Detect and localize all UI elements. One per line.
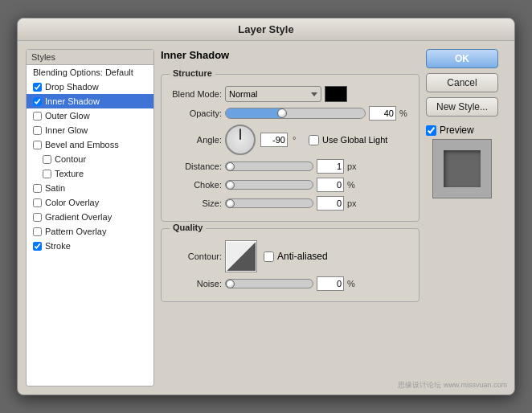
opacity-label: Opacity:: [170, 108, 222, 118]
sidebar-item-satin[interactable]: Satin: [27, 181, 153, 195]
sidebar-item-texture[interactable]: Texture: [27, 166, 153, 181]
inner-glow-checkbox[interactable]: [33, 126, 42, 135]
sidebar-item-stroke[interactable]: Stroke: [27, 239, 153, 253]
blend-mode-select[interactable]: Normal Multiply Screen: [225, 86, 321, 102]
choke-label: Choke:: [170, 180, 222, 190]
noise-label: Noise:: [170, 279, 222, 288]
structure-section: Structure Blend Mode: Normal Multiply Sc…: [161, 74, 419, 222]
styles-panel: Styles Blending Options: Default Drop Sh…: [26, 49, 154, 386]
contour-row-label: Contour:: [170, 251, 222, 261]
preview-label-container: Preview: [426, 125, 474, 136]
blending-options-label: Blending Options: Default: [33, 67, 133, 77]
sidebar-item-color-overlay[interactable]: Color Overlay: [27, 195, 153, 210]
sidebar-item-inner-shadow[interactable]: Inner Shadow: [27, 94, 153, 108]
quality-title: Quality: [170, 223, 206, 232]
opacity-unit: %: [399, 108, 411, 118]
styles-header: Styles: [27, 50, 153, 65]
inner-glow-label: Inner Glow: [45, 125, 88, 135]
noise-row: Noise: %: [170, 276, 411, 291]
global-light-checkbox[interactable]: [309, 135, 319, 145]
color-overlay-checkbox[interactable]: [33, 198, 42, 207]
angle-input[interactable]: [260, 133, 288, 147]
noise-unit: %: [347, 279, 358, 288]
preview-box: [432, 139, 492, 198]
structure-title: Structure: [170, 68, 215, 78]
section-title: Inner Shadow: [161, 49, 419, 61]
sidebar-item-drop-shadow[interactable]: Drop Shadow: [27, 80, 153, 94]
noise-slider[interactable]: [225, 279, 313, 288]
size-slider[interactable]: [225, 198, 313, 208]
choke-unit: %: [347, 180, 358, 190]
inner-shadow-label: Inner Shadow: [45, 96, 100, 106]
choke-input[interactable]: [317, 178, 344, 192]
blend-mode-row: Blend Mode: Normal Multiply Screen: [170, 86, 411, 102]
main-content: Inner Shadow Structure Blend Mode: Norma…: [161, 49, 419, 386]
distance-label: Distance:: [170, 162, 222, 171]
contour-preview[interactable]: [225, 240, 257, 272]
satin-checkbox[interactable]: [33, 184, 42, 193]
new-style-button[interactable]: New Style...: [426, 97, 498, 117]
contour-checkbox[interactable]: [43, 155, 51, 164]
pattern-overlay-label: Pattern Overlay: [45, 227, 106, 236]
texture-checkbox[interactable]: [43, 170, 51, 178]
sidebar-item-pattern-overlay[interactable]: Pattern Overlay: [27, 224, 153, 239]
gradient-overlay-label: Gradient Overlay: [45, 212, 112, 222]
distance-row: Distance: px: [170, 159, 411, 174]
outer-glow-label: Outer Glow: [45, 111, 90, 121]
size-input[interactable]: [317, 196, 344, 211]
size-label: Size:: [170, 198, 222, 208]
choke-row: Choke: %: [170, 178, 411, 192]
quality-section: Quality Contour:: [161, 228, 419, 302]
preview-area: Preview: [426, 125, 498, 198]
anti-aliased-label: Anti-aliased: [277, 251, 328, 262]
inner-shadow-checkbox[interactable]: [33, 97, 42, 106]
contour-label: Contour: [55, 154, 86, 164]
outer-glow-checkbox[interactable]: [33, 112, 42, 121]
texture-label: Texture: [55, 169, 84, 178]
gradient-overlay-checkbox[interactable]: [33, 213, 42, 222]
layer-style-dialog: Layer Style Styles Blending Options: Def…: [17, 18, 515, 395]
bevel-emboss-checkbox[interactable]: [33, 141, 42, 149]
stroke-label: Stroke: [45, 241, 71, 251]
blend-mode-label: Blend Mode:: [170, 89, 222, 99]
opacity-row: Opacity: %: [170, 106, 411, 121]
color-swatch[interactable]: [325, 86, 347, 102]
sidebar-item-bevel-emboss[interactable]: Bevel and Emboss: [27, 137, 153, 152]
sidebar-item-gradient-overlay[interactable]: Gradient Overlay: [27, 210, 153, 224]
preview-label: Preview: [440, 125, 474, 136]
global-light-label: Use Global Light: [322, 135, 387, 145]
angle-label: Angle:: [170, 135, 222, 145]
drop-shadow-checkbox[interactable]: [33, 83, 42, 92]
bevel-emboss-label: Bevel and Emboss: [45, 140, 119, 149]
sidebar-item-outer-glow[interactable]: Outer Glow: [27, 108, 153, 123]
sidebar-item-contour[interactable]: Contour: [27, 152, 153, 166]
drop-shadow-label: Drop Shadow: [45, 82, 99, 92]
angle-dial[interactable]: [225, 125, 256, 155]
stroke-checkbox[interactable]: [33, 242, 42, 251]
distance-slider[interactable]: [225, 162, 313, 171]
noise-input[interactable]: [317, 276, 344, 291]
size-row: Size: px: [170, 196, 411, 211]
watermark: 思缘设计论坛 www.missvuan.com: [398, 380, 507, 391]
ok-button[interactable]: OK: [426, 49, 498, 68]
dialog-title: Layer Style: [18, 18, 514, 41]
global-light-container: Use Global Light: [309, 135, 387, 145]
anti-aliased-checkbox[interactable]: [264, 251, 274, 262]
angle-degree-symbol: °: [293, 135, 304, 145]
distance-unit: px: [347, 162, 358, 171]
sidebar-item-inner-glow[interactable]: Inner Glow: [27, 123, 153, 137]
cancel-button[interactable]: Cancel: [426, 73, 498, 92]
size-unit: px: [347, 198, 358, 208]
contour-row: Contour: Anti-ali: [170, 240, 411, 272]
preview-inner: [444, 150, 481, 187]
sidebar-item-blending-options[interactable]: Blending Options: Default: [27, 65, 153, 80]
angle-row: Angle: ° Use Global Light: [170, 125, 411, 155]
choke-slider[interactable]: [225, 180, 313, 190]
right-panel: OK Cancel New Style... Preview: [426, 49, 506, 386]
opacity-input[interactable]: [369, 106, 396, 121]
distance-input[interactable]: [317, 159, 344, 174]
preview-checkbox[interactable]: [426, 125, 436, 136]
opacity-slider[interactable]: [225, 108, 366, 119]
pattern-overlay-checkbox[interactable]: [33, 227, 42, 236]
satin-label: Satin: [45, 183, 65, 193]
